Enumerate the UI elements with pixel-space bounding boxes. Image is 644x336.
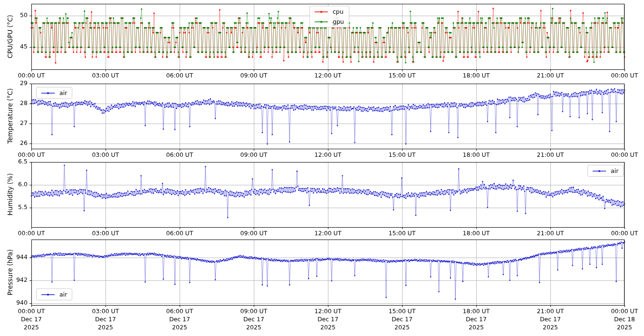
x-tick-label: 12:00 UT Dec 17 2025 xyxy=(302,307,354,332)
y-tick-label: 940 xyxy=(0,299,28,307)
legend-entry-cpu: cpu xyxy=(315,8,344,15)
x-tick-label: 00:00 UT xyxy=(5,230,58,238)
y-tick-label: 944 xyxy=(0,253,28,261)
y-axis-label-temperature: Temperature (°C) xyxy=(6,88,14,144)
x-tick-label: 09:00 UT xyxy=(228,230,280,238)
legend-cpu-gpu: cpugpu xyxy=(309,6,349,28)
x-tick-label: 03:00 UT xyxy=(79,72,132,80)
x-tick-label: 15:00 UT Dec 17 2025 xyxy=(376,307,428,332)
x-tick-label: 18:00 UT Dec 17 2025 xyxy=(450,307,502,332)
x-tick-label: 18:00 UT xyxy=(450,230,502,238)
cpu-legend-line-icon xyxy=(315,10,328,13)
x-tick-label: 00:00 UT xyxy=(5,72,58,80)
air-legend-line-icon xyxy=(41,293,55,296)
x-tick-label: 21:00 UT Dec 17 2025 xyxy=(524,307,577,332)
x-tick-label: 21:00 UT xyxy=(524,72,577,80)
x-tick-label: 18:00 UT xyxy=(450,72,502,80)
y-tick-label: 29 xyxy=(0,79,28,87)
legend-entry-air: air xyxy=(41,89,67,96)
x-tick-label: 15:00 UT xyxy=(376,230,428,238)
x-tick-label: 12:00 UT xyxy=(302,230,354,238)
x-tick-label: 15:00 UT xyxy=(376,72,428,80)
legend-entry-gpu: gpu xyxy=(315,18,344,25)
legend-entry-air: air xyxy=(41,291,67,298)
x-tick-label: 06:00 UT xyxy=(154,230,206,238)
legend-temperature: air xyxy=(36,87,72,99)
x-tick-label: 12:00 UT xyxy=(302,151,354,159)
x-tick-label: 12:00 UT xyxy=(302,72,354,80)
y-tick-label: 942 xyxy=(0,276,28,284)
x-tick-label: 00:00 UT xyxy=(598,230,644,238)
y-tick-label: 6.5 xyxy=(0,158,28,166)
x-tick-label: 00:00 UT xyxy=(598,72,644,80)
legend-entry-air: air xyxy=(593,167,618,174)
x-tick-label: 09:00 UT xyxy=(228,151,280,159)
x-tick-label: 18:00 UT xyxy=(450,151,502,159)
air-legend-line-icon xyxy=(41,92,55,94)
legend-label: cpu xyxy=(333,8,344,15)
y-tick-label: 50 xyxy=(0,11,28,19)
x-tick-label: 21:00 UT xyxy=(524,151,577,159)
y-tick-label: 28 xyxy=(0,99,28,107)
y-axis-label-cpu-gpu: CPU/GPU (°C) xyxy=(6,15,14,58)
x-tick-label: 06:00 UT xyxy=(154,72,206,80)
legend-label: gpu xyxy=(333,18,344,25)
x-tick-label: 06:00 UT xyxy=(154,151,206,159)
x-tick-label: 06:00 UT Dec 17 2025 xyxy=(154,307,206,332)
legend-label: air xyxy=(59,89,67,96)
y-tick-label: 45 xyxy=(0,43,28,51)
legend-humidity: air xyxy=(587,165,624,177)
y-tick-label: 26 xyxy=(0,139,28,147)
legend-pressure: air xyxy=(36,288,72,300)
x-tick-label: 03:00 UT xyxy=(79,230,132,238)
x-tick-label: 00:00 UT Dec 18 2025 xyxy=(598,307,644,332)
x-tick-label: 03:00 UT Dec 17 2025 xyxy=(79,307,132,332)
air-legend-line-icon xyxy=(593,170,606,172)
y-tick-label: 6.0 xyxy=(0,181,28,189)
x-tick-label: 09:00 UT xyxy=(228,72,280,80)
y-tick-label: 5.5 xyxy=(0,203,28,211)
x-tick-label: 09:00 UT Dec 17 2025 xyxy=(228,307,280,332)
x-tick-label: 00:00 UT Dec 17 2025 xyxy=(5,307,58,332)
legend-label: air xyxy=(611,167,618,174)
legend-label: air xyxy=(59,291,67,298)
gpu-legend-line-icon xyxy=(315,20,328,23)
x-tick-label: 00:00 UT xyxy=(598,151,644,159)
figure: CPU/GPU (°C) Temperature (°C) Humidity (… xyxy=(0,0,644,336)
x-tick-label: 21:00 UT xyxy=(524,230,577,238)
x-tick-label: 03:00 UT xyxy=(79,151,132,159)
charts-canvas xyxy=(0,0,644,336)
y-tick-label: 27 xyxy=(0,119,28,127)
x-tick-label: 15:00 UT xyxy=(376,151,428,159)
